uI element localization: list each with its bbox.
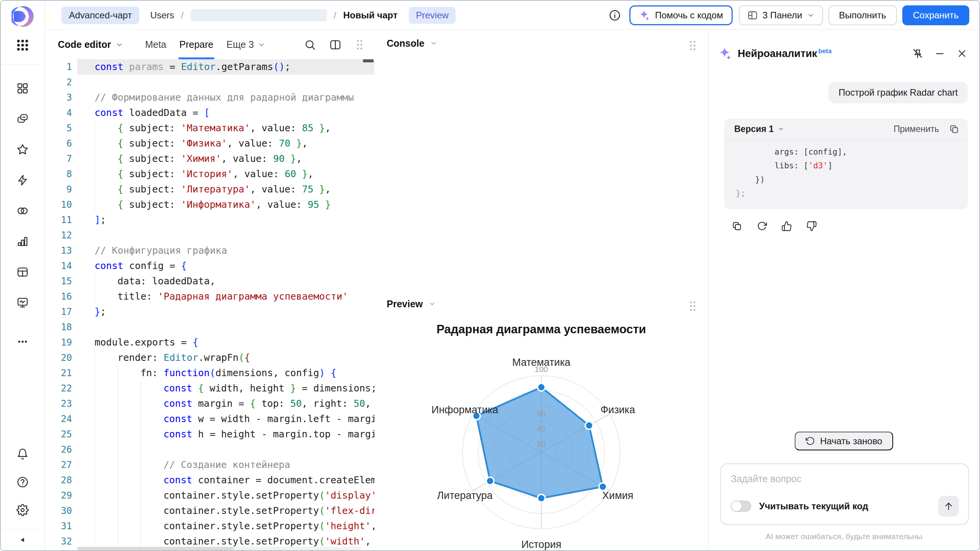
sidebar-item-favorites[interactable] [14,141,31,158]
sidebar-nav [14,80,31,311]
editor-tab-1[interactable]: Prepare [173,30,220,59]
code-line[interactable]: 8{ subject: 'История', value: 60 }, [44,166,374,182]
unpin-icon[interactable] [912,48,923,59]
code-line[interactable]: 5{ subject: 'Математика', value: 85 }, [44,121,374,136]
editor-vertical-scrollbar[interactable] [363,59,374,62]
editor-horizontal-scrollbar[interactable] [77,547,361,550]
sidebar-item-help[interactable] [14,474,31,491]
drag-handle-icon[interactable] [688,39,697,52]
arrow-up-icon [943,501,954,512]
thumbs-up-icon[interactable] [781,221,792,231]
code-line[interactable]: 25const h = height - margin.top - margin… [44,427,374,442]
code-line[interactable]: 10{ subject: 'Информатика', value: 95 } [44,197,374,212]
breadcrumb-blurred-segment[interactable] [191,9,327,21]
sidebar-item-tables[interactable] [14,264,31,280]
copy-icon[interactable] [949,124,959,134]
code-line[interactable]: 27// Создание контейнера [44,457,374,473]
context-toggle[interactable] [731,500,751,512]
preview-badge: Preview [409,7,455,24]
sidebar-item-collections[interactable] [14,111,31,127]
question-input[interactable]: Задайте вопрос Учитывать текущий код [720,463,969,525]
svg-text:20: 20 [537,440,546,448]
sidebar-item-charts[interactable] [14,233,31,250]
help-with-code-button[interactable]: Помочь с кодом [629,5,733,25]
code-line[interactable]: 20render: Editor.wrapFn({ [44,350,374,365]
code-line[interactable]: 1const params = Editor.getParams(); [44,59,374,75]
code-line[interactable]: 6{ subject: 'Физика', value: 70 }, [44,136,374,151]
collections-icon [16,113,29,125]
minimize-icon[interactable] [934,48,946,59]
code-line[interactable]: 11]; [44,212,374,228]
breadcrumb-users[interactable]: Users [150,10,174,21]
chevron-down-icon [807,11,815,19]
panels-icon [747,10,758,21]
close-icon[interactable] [956,48,968,59]
sidebar-item-connections[interactable] [14,172,31,189]
sidebar-collapse-button[interactable] [1,529,44,550]
datalens-logo-icon[interactable] [11,5,34,28]
code-line[interactable]: 13// Конфигурация графика [44,243,374,258]
table-icon [16,266,29,278]
info-icon[interactable] [609,9,621,21]
chevron-down-icon[interactable] [428,300,436,308]
grid-icon [16,82,29,95]
drag-handle-icon[interactable] [354,38,364,51]
apps-grid-icon[interactable] [15,37,30,53]
code-line[interactable]: 17}; [44,304,374,320]
console-panel: Console [374,30,708,291]
code-line[interactable]: 12 [44,228,374,243]
user-message: Построй график Radar chart [828,82,968,103]
chevron-down-icon[interactable] [430,39,438,47]
sidebar-item-more[interactable] [14,333,31,350]
code-line[interactable]: 7{ subject: 'Химия', value: 90 }, [44,151,374,166]
editor-mode-select[interactable]: Code editor [58,30,123,59]
product-badge[interactable]: Advanced-чарт [61,7,139,24]
search-icon[interactable] [304,39,316,51]
code-line[interactable]: 14const config = { [44,258,374,274]
split-view-icon[interactable] [329,39,341,51]
editor-tab-0[interactable]: Meta [139,30,173,59]
code-line[interactable]: 9{ subject: 'Литература', value: 75 }, [44,182,374,197]
top-header: Advanced-чарт Users / / Новый чарт Previ… [44,1,979,30]
sidebar-item-datasets[interactable] [14,202,31,219]
sidebar-item-dashboards[interactable] [14,80,31,97]
code-line[interactable]: 18 [44,320,374,335]
code-line[interactable]: 31container.style.setProperty('height', … [44,518,374,534]
save-button[interactable]: Сохранить [902,5,969,25]
panels-layout-button[interactable]: 3 Панели [739,5,823,25]
version-select[interactable]: Версия 1 [734,124,784,134]
editor-tab-2[interactable]: Еще 3 [220,30,272,59]
code-line[interactable]: 23const margin = { top: 50, right: 50, b… [44,396,374,411]
code-line[interactable]: 3// Формирование данных для радарной диа… [44,90,374,105]
code-line[interactable]: 15data: loadedData, [44,274,374,289]
radar-chart: 204060100МатематикаФизикаХимияИсторияЛит… [374,341,708,550]
run-button[interactable]: Выполнить [828,5,897,25]
assistant-code-block[interactable]: args: [config], libs: ['d3'] })}; [724,140,968,209]
svg-text:Литература: Литература [437,490,493,501]
drag-handle-icon[interactable] [688,300,697,313]
code-line[interactable]: 4const loadedData = [ [44,105,374,121]
sidebar-item-monitoring[interactable] [14,294,31,311]
code-line[interactable]: 22const { width, height } = dimensions; [44,381,374,396]
code-line[interactable]: 2 [44,75,374,90]
code-line[interactable]: 21fn: function(dimensions, config) { [44,365,374,381]
code-line[interactable]: 16title: 'Радарная диаграмма успеваемост… [44,289,374,304]
code-line[interactable]: 30container.style.setProperty('flex-dire… [44,503,374,518]
regenerate-icon[interactable] [756,221,767,231]
code-line[interactable]: 28const container = document.createEleme… [44,473,374,488]
apply-button[interactable]: Применить [893,124,939,134]
svg-text:История: История [521,539,562,550]
sidebar-item-notifications[interactable] [14,446,31,463]
code-line[interactable]: 26 [44,442,374,457]
code-line[interactable]: 24const w = width - margin.left - margin… [44,411,374,427]
code-line[interactable]: 29container.style.setProperty('display',… [44,488,374,503]
sidebar-item-settings[interactable] [14,502,31,518]
svg-text:60: 60 [537,409,546,418]
code-lines[interactable]: 1const params = Editor.getParams();23// … [44,59,374,549]
code-line[interactable]: 19module.exports = { [44,335,374,350]
send-button[interactable] [938,496,959,517]
copy-icon[interactable] [732,221,742,231]
thumbs-down-icon[interactable] [806,221,817,231]
console-title: Console [387,38,425,49]
restart-button[interactable]: Начать заново [795,432,893,450]
